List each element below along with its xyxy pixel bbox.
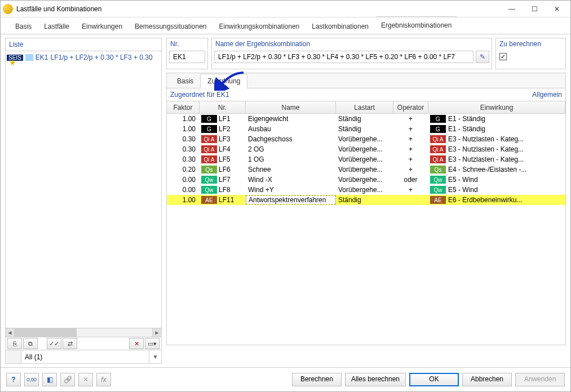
list-title: Liste	[6, 38, 161, 51]
nr-field[interactable]: EK1	[169, 51, 205, 63]
cell-lastart: Vorübergehe...	[336, 166, 393, 173]
cell-faktor: 0.00	[167, 186, 200, 194]
table-row[interactable]: 1.00GLF2AusbauStändig+GE1 - Ständig	[167, 124, 565, 134]
cell-lastart: Ständig	[336, 125, 393, 133]
cell-faktor: 0.30	[167, 135, 200, 143]
col-name[interactable]: Name	[246, 101, 336, 113]
cell-einwirkung: QsE4 - Schnee-/Eislasten -...	[428, 166, 565, 173]
toggle-button[interactable]: ⇄	[63, 338, 77, 349]
cell-lastart: Vorübergehe...	[336, 176, 393, 184]
unlink-button[interactable]: ✕	[78, 373, 93, 386]
table-row[interactable]: 0.00QwLF8Wind +YVorübergehe...+QwE5 - Wi…	[167, 185, 565, 195]
calc-all-button[interactable]: Alles berechnen	[345, 373, 406, 386]
list-box[interactable]: SEIS EK1 LF1/p + LF2/p + 0.30 * LF3 + 0.…	[6, 51, 161, 328]
cell-faktor: 0.30	[167, 145, 200, 153]
col-operator[interactable]: Operator	[393, 101, 428, 113]
maximize-button[interactable]: ☐	[523, 1, 546, 17]
filter-dropdown-icon[interactable]: ▼	[149, 350, 161, 363]
table-row[interactable]: 0.20QsLF6SchneeVorübergehe...+QsE4 - Sch…	[167, 164, 565, 175]
table-row[interactable]: 0.00QwLF7Wind -XVorübergehe...oderQwE5 -…	[167, 175, 565, 185]
table-row[interactable]: 0.30Qi ALF42 OGVorübergehe...+Qi AE3 - N…	[167, 144, 565, 154]
filter-handle[interactable]	[6, 350, 21, 363]
tab-bemessungssituationen[interactable]: Bemessungssituationen	[134, 19, 207, 34]
cancel-button[interactable]: Abbrechen	[462, 373, 512, 386]
main-tabs: BasisLastfälleEinwirkungenBemessungssitu…	[1, 17, 570, 34]
cell-einwirkung: QwE5 - Wind	[428, 176, 565, 184]
detail-panel: Nr. EK1 Name der Ergebniskombination LF1…	[166, 38, 566, 364]
app-icon	[3, 4, 13, 14]
cell-faktor: 1.00	[167, 115, 200, 123]
cell-einwirkung: GE1 - Ständig	[428, 125, 565, 133]
assign-heading: Zugeordnet für EK1	[170, 91, 229, 99]
check-icon: ✓✓	[49, 340, 59, 348]
grid-header: Faktor Nr. Name Lastart Operator Einwirk…	[167, 101, 565, 114]
cell-name: 2 OG	[246, 145, 336, 153]
nr-title: Nr.	[167, 38, 207, 50]
col-lastart[interactable]: Lastart	[336, 101, 393, 113]
check-button[interactable]: ✓✓	[47, 338, 61, 349]
tab-einwirkungen[interactable]: Einwirkungen	[81, 19, 123, 34]
tab-basis[interactable]: Basis	[14, 19, 33, 34]
loadcase-tag-icon: Qw	[201, 186, 217, 194]
delete-button[interactable]: ✕	[129, 338, 144, 349]
sub-tabs: BasisZuordnung	[166, 73, 566, 88]
calc-checkbox[interactable]: ✓	[499, 53, 507, 60]
action-tag-icon: Qw	[430, 186, 446, 194]
pointer-arrow-icon	[214, 70, 246, 91]
filter-row[interactable]: All (1) ▼	[6, 350, 161, 363]
list-item[interactable]: SEIS EK1 LF1/p + LF2/p + 0.30 * LF3 + 0.…	[7, 52, 160, 63]
action-tag-icon: Qs	[430, 166, 446, 173]
table-row[interactable]: 1.00AELF11AntwortspektrenverfahrenStändi…	[167, 195, 565, 205]
tab-einwirkungskombinationen[interactable]: Einwirkungskombinationen	[218, 19, 301, 34]
name-title: Name der Ergebniskombination	[212, 38, 492, 50]
grid-body[interactable]: 1.00GLF1EigengewichtStändig+GE1 - Ständi…	[167, 114, 565, 345]
table-row[interactable]: 0.30Qi ALF51 OGVorübergehe...+Qi AE3 - N…	[167, 154, 565, 164]
close-button[interactable]: ✕	[546, 1, 568, 17]
tab-ergebniskombinationen[interactable]: Ergebniskombinationen	[380, 18, 453, 34]
new-item-star-icon: ★	[9, 58, 16, 67]
tab-lastfälle[interactable]: Lastfälle	[43, 19, 70, 34]
col-einwirkung[interactable]: Einwirkung	[428, 101, 565, 113]
action-tag-icon: Qi A	[430, 135, 446, 143]
table-row[interactable]: 0.30Qi ALF3DachgeschossVorübergehe...+Qi…	[167, 134, 565, 144]
assignment-panel: Zugeordnet für EK1 Allgemein Faktor Nr. …	[166, 88, 566, 345]
new-button[interactable]: ⎘	[7, 338, 22, 349]
subtab-basis[interactable]: Basis	[170, 74, 200, 88]
action-tag-icon: Qw	[430, 176, 446, 184]
minimize-button[interactable]: —	[501, 1, 523, 17]
tab-lastkombinationen[interactable]: Lastkombinationen	[311, 19, 370, 34]
cell-lastart: Vorübergehe...	[336, 135, 393, 143]
assign-general-link[interactable]: Allgemein	[532, 91, 562, 99]
columns-button[interactable]: ▭▾	[145, 338, 160, 349]
edit-name-button[interactable]: ✎	[476, 51, 489, 63]
scroll-right-icon[interactable]: ►	[152, 328, 161, 337]
name-field[interactable]: LF1/p + LF2/p + 0.30 * LF3 + 0.30 * LF4 …	[214, 51, 473, 63]
cell-einwirkung: QwE5 - Wind	[428, 186, 565, 194]
cell-nr: Qi ALF3	[200, 135, 246, 143]
help-icon: ?	[11, 376, 15, 384]
table-row[interactable]: 1.00GLF1EigengewichtStändig+GE1 - Ständi…	[167, 114, 565, 124]
cell-nr: GLF1	[200, 115, 246, 123]
name-value: LF1/p + LF2/p + 0.30 * LF3 + 0.30 * LF4 …	[218, 53, 455, 61]
cell-name: Dachgeschoss	[246, 135, 336, 143]
filter-text: All (1)	[21, 353, 149, 361]
units-button[interactable]: ◧	[42, 373, 57, 386]
ok-button[interactable]: OK	[409, 373, 459, 386]
scroll-left-icon[interactable]: ◄	[6, 328, 15, 337]
calc-title: Zu berechnen	[496, 38, 565, 50]
calc-button[interactable]: Berechnen	[292, 373, 342, 386]
apply-button[interactable]: Anwenden	[515, 373, 565, 386]
list-scrollbar[interactable]: ◄ ►	[6, 328, 161, 337]
col-nr[interactable]: Nr.	[200, 101, 246, 113]
precision-button[interactable]: 0,00	[24, 373, 39, 386]
col-faktor[interactable]: Faktor	[167, 101, 200, 113]
fx-button[interactable]: fx	[96, 373, 111, 386]
help-button[interactable]: ?	[6, 373, 21, 386]
cell-name: Wind -X	[246, 176, 336, 184]
copy-button[interactable]: ⧉	[23, 338, 38, 349]
scroll-thumb[interactable]	[15, 328, 77, 337]
cell-einwirkung: AEE6 - Erdbebeneinwirku...	[428, 196, 565, 204]
cell-operator: +	[393, 125, 428, 133]
cell-nr: QwLF7	[200, 176, 246, 184]
link-button[interactable]: 🔗	[60, 373, 75, 386]
